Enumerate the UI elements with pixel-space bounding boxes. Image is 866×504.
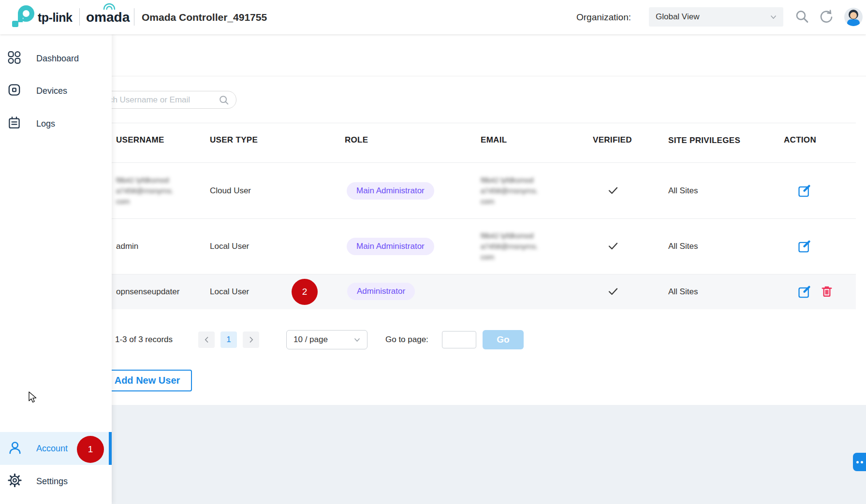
row3-notification-badge: 2 — [292, 279, 318, 305]
row2-edit-button[interactable] — [797, 240, 811, 253]
sidebar-item-label: Settings — [36, 476, 68, 487]
chevron-down-icon — [354, 338, 360, 342]
row1-email-blurred: f8b42 lyfdksmod a7458@rnsnyrns. com — [481, 175, 538, 207]
table-header-border — [106, 162, 856, 163]
footer-band — [0, 405, 866, 504]
row3-role-badge: Administrator — [347, 283, 415, 300]
row1-divider — [106, 218, 856, 219]
content-top-divider — [112, 76, 866, 76]
row3-delete-button[interactable] — [821, 285, 834, 299]
organization-value: Global View — [656, 12, 699, 22]
row1-verified-check-icon — [607, 185, 619, 198]
add-new-user-button[interactable]: Add New User — [103, 370, 192, 391]
organization-select[interactable]: Global View — [649, 7, 783, 27]
search-input-icon[interactable] — [219, 95, 229, 107]
tplink-wordmark: tp-link — [38, 10, 73, 24]
row1-user-type: Cloud User — [210, 186, 251, 196]
sidebar-item-devices[interactable]: Devices — [0, 76, 112, 106]
row2-username: admin — [116, 242, 138, 251]
sidebar-item-label: Logs — [36, 119, 55, 129]
row3-user-type: Local User — [210, 287, 249, 297]
row1-edit-button[interactable] — [797, 184, 811, 198]
sidebar-item-account[interactable]: Account 1 — [0, 432, 112, 465]
go-button[interactable]: Go — [483, 330, 524, 349]
col-header-email: EMAIL — [481, 135, 507, 145]
omada-controller-page: USERNAME USER TYPE ROLE EMAIL VERIFIED S… — [0, 0, 866, 504]
page-size-value: 10 / page — [294, 335, 328, 345]
top-header: tp-link omada Omada Controller_491755 Or… — [0, 0, 866, 34]
feedback-chat-button[interactable] — [853, 453, 866, 471]
row3-username: opnsenseupdater — [116, 287, 179, 297]
row1-username-blurred: f8b42 lyfdksmod a7458@rnsnyrns. com — [116, 175, 174, 207]
active-item-indicator — [109, 432, 112, 465]
user-avatar[interactable] — [844, 8, 863, 26]
row2-divider — [106, 274, 856, 274]
goto-page-label: Go to page: — [385, 335, 428, 345]
page-1-button[interactable]: 1 — [220, 331, 237, 348]
page-size-select[interactable]: 10 / page — [286, 330, 367, 349]
row2-site-privileges: All Sites — [668, 242, 698, 251]
sidebar-item-settings[interactable]: Settings — [0, 466, 112, 496]
sidebar-item-label: Devices — [36, 86, 67, 96]
sidebar: Dashboard Devices Logs — [0, 34, 112, 504]
brand-divider — [134, 8, 134, 26]
row3-verified-check-icon — [607, 286, 619, 299]
account-notification-badge: 1 — [77, 436, 104, 463]
brand-divider — [79, 8, 80, 26]
organization-label: Organization: — [576, 12, 631, 23]
col-header-verified: VERIFIED — [593, 135, 632, 145]
chat-dot-icon — [861, 461, 863, 463]
search-icon[interactable] — [795, 9, 809, 25]
row2-verified-check-icon — [607, 240, 619, 254]
dashboard-icon — [8, 51, 21, 66]
sidebar-item-logs[interactable]: Logs — [0, 109, 112, 139]
chat-dot-icon — [856, 461, 859, 463]
table-top-border — [106, 123, 856, 123]
records-count: 1-3 of 3 records — [115, 335, 173, 345]
row2-role-badge: Main Administrator — [347, 238, 434, 255]
logs-icon — [8, 116, 21, 131]
refresh-icon[interactable] — [819, 9, 834, 26]
prev-page-button[interactable] — [198, 331, 215, 348]
controller-title: Omada Controller_491755 — [142, 12, 267, 23]
avatar-shirt — [847, 19, 860, 26]
sidebar-item-label: Account — [36, 444, 68, 454]
devices-icon — [8, 84, 21, 99]
omada-wifi-arcs-icon — [103, 3, 116, 12]
row2-user-type: Local User — [210, 242, 249, 251]
tplink-logo-icon — [12, 5, 34, 29]
row1-role-badge: Main Administrator — [347, 182, 434, 200]
sidebar-item-label: Dashboard — [36, 54, 79, 64]
chevron-down-icon — [770, 15, 777, 19]
row3-edit-button[interactable] — [797, 285, 811, 299]
sidebar-item-dashboard[interactable]: Dashboard — [0, 43, 112, 73]
col-header-action: ACTION — [784, 135, 816, 145]
row2-email-blurred: f8b42 lyfdksmod a7458@rnsnyrns. com — [481, 230, 538, 262]
row1-site-privileges: All Sites — [668, 186, 698, 196]
col-header-username: USERNAME — [116, 135, 164, 145]
account-person-icon — [8, 440, 22, 457]
goto-page-input[interactable] — [442, 331, 476, 348]
col-header-site-privileges: SITE PRIVILEGES — [668, 133, 744, 147]
col-header-role: ROLE — [345, 135, 368, 145]
avatar-face — [850, 12, 857, 19]
next-page-button[interactable] — [243, 331, 259, 348]
settings-gear-icon — [8, 474, 22, 490]
col-header-user-type: USER TYPE — [210, 135, 258, 145]
row3-site-privileges: All Sites — [668, 287, 698, 297]
